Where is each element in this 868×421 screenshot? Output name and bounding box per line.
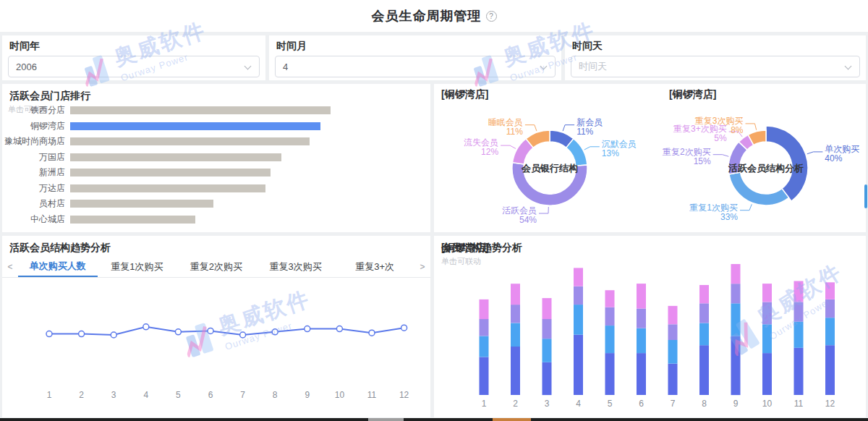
store-ranking-title: 活跃会员门店排行 <box>9 90 90 103</box>
ranking-row[interactable]: 豫城时尚商场店 <box>2 134 426 150</box>
x-axis-tick: 6 <box>208 390 213 400</box>
stack-segment[interactable] <box>794 322 804 348</box>
stack-segment[interactable] <box>480 319 489 336</box>
trend-point[interactable] <box>305 326 310 332</box>
trend-point[interactable] <box>111 332 116 338</box>
stack-segment[interactable] <box>668 324 678 340</box>
trend-point[interactable] <box>272 329 278 335</box>
stack-segment[interactable] <box>542 319 552 339</box>
stack-segment[interactable] <box>731 336 741 395</box>
stack-segment[interactable] <box>637 353 646 395</box>
month-select[interactable]: 4 <box>275 56 556 77</box>
stack-segment[interactable] <box>574 286 583 305</box>
stack-segment[interactable] <box>574 335 583 395</box>
stack-segment[interactable] <box>605 326 615 353</box>
stack-segment[interactable] <box>480 336 489 357</box>
ranking-row[interactable]: 新洲店 <box>2 165 426 181</box>
tab-repeat-2[interactable]: 重复2次购买 <box>176 256 256 277</box>
trend-panel-title: 活跃会员结构趋势分析 <box>9 242 111 255</box>
tab-repeat-3[interactable]: 重复3次购买 <box>256 256 336 277</box>
stack-segment[interactable] <box>699 303 709 323</box>
structure-trend-chart[interactable]: 123456789101112 <box>434 236 867 419</box>
store-ranking-chart[interactable]: 铁西分店铜锣湾店豫城时尚商场店万国店新洲店万达店员村店中心城店 <box>2 103 426 227</box>
tab-single-purchase[interactable]: 单次购买人数 <box>18 256 98 277</box>
stack-segment[interactable] <box>480 299 489 319</box>
trend-point[interactable] <box>143 324 149 330</box>
ranking-bar[interactable] <box>70 122 320 130</box>
stack-segment[interactable] <box>825 282 835 299</box>
help-icon[interactable]: ? <box>486 11 497 22</box>
stack-segment[interactable] <box>511 346 520 395</box>
stack-segment[interactable] <box>731 284 741 303</box>
stack-segment[interactable] <box>542 298 552 319</box>
trend-line-chart[interactable]: 123456789101112 <box>2 278 432 419</box>
next-tab-arrow[interactable]: > <box>414 256 430 277</box>
year-select[interactable]: 2006 <box>8 56 260 77</box>
ranking-row[interactable]: 万国店 <box>2 150 426 166</box>
stack-segment[interactable] <box>637 309 646 328</box>
stack-segment[interactable] <box>794 302 804 322</box>
stack-segment[interactable] <box>542 362 552 395</box>
ranking-bar[interactable] <box>70 216 195 224</box>
stack-segment[interactable] <box>762 353 772 395</box>
prev-tab-arrow[interactable]: < <box>2 256 18 277</box>
stack-segment[interactable] <box>731 303 741 336</box>
ranking-bar[interactable] <box>70 200 213 208</box>
stack-segment[interactable] <box>605 307 615 326</box>
stack-segment[interactable] <box>794 348 804 395</box>
donut-slice[interactable] <box>729 172 789 205</box>
trend-point[interactable] <box>175 329 181 335</box>
stack-segment[interactable] <box>637 284 646 308</box>
stack-segment[interactable] <box>637 328 646 353</box>
ranking-bar[interactable] <box>70 106 331 114</box>
ranking-row[interactable]: 员村店 <box>2 196 426 212</box>
stack-segment[interactable] <box>605 290 615 307</box>
active-structure-donut-chart[interactable]: 单次购买40%重复1次购买33%重复2次购买15%重复3+次购买5%重复3次购买… <box>650 97 867 234</box>
stack-segment[interactable] <box>762 324 772 353</box>
ranking-bar[interactable] <box>70 184 265 192</box>
stack-segment[interactable] <box>699 345 709 395</box>
ranking-bar[interactable] <box>70 169 271 177</box>
stack-segment[interactable] <box>511 323 520 347</box>
trend-point[interactable] <box>46 331 52 337</box>
trend-point[interactable] <box>79 331 85 337</box>
trend-point[interactable] <box>240 332 246 338</box>
stack-segment[interactable] <box>699 323 709 346</box>
stack-segment[interactable] <box>542 339 552 362</box>
stack-segment[interactable] <box>605 353 615 395</box>
stack-segment[interactable] <box>762 302 772 325</box>
member-structure-donut-chart[interactable]: 新会员11%沉默会员13%活跃会员54%流失会员12%睡眠会员11%会员银行结构 <box>434 97 650 234</box>
scroll-indicator[interactable] <box>864 184 867 208</box>
stack-segment[interactable] <box>480 357 489 396</box>
ranking-row[interactable]: 铁西分店 <box>2 103 426 119</box>
ranking-bar[interactable] <box>70 153 281 161</box>
stack-segment[interactable] <box>699 285 709 303</box>
trend-point[interactable] <box>208 328 213 333</box>
ranking-row[interactable]: 万达店 <box>2 181 426 197</box>
tab-repeat-3plus[interactable]: 重复3+次 <box>335 256 414 277</box>
ranking-bar[interactable] <box>70 137 310 145</box>
tab-repeat-1[interactable]: 重复1次购买 <box>98 256 177 277</box>
trend-point[interactable] <box>336 326 342 332</box>
ranking-row[interactable]: 铜锣湾店 <box>2 119 426 135</box>
month-select-value: 4 <box>283 61 288 72</box>
trend-point[interactable] <box>401 325 407 331</box>
stack-segment[interactable] <box>668 340 678 364</box>
trend-point[interactable] <box>369 330 375 336</box>
stack-segment[interactable] <box>825 345 835 395</box>
stack-segment[interactable] <box>825 299 835 318</box>
stack-segment[interactable] <box>511 305 520 323</box>
ranking-row[interactable]: 中心城店 <box>2 212 426 228</box>
stack-segment[interactable] <box>825 318 835 345</box>
donut-label: 重复2次购买15% <box>663 147 711 166</box>
stack-segment[interactable] <box>762 284 772 302</box>
stack-segment[interactable] <box>574 305 583 335</box>
stack-segment[interactable] <box>511 284 520 305</box>
stack-segment[interactable] <box>668 364 678 395</box>
stack-segment[interactable] <box>731 264 741 284</box>
stack-segment[interactable] <box>668 306 678 324</box>
day-select[interactable]: 时间天 <box>571 56 860 77</box>
stack-segment[interactable] <box>794 281 804 302</box>
taskbar-edge-segment <box>493 418 531 421</box>
stack-segment[interactable] <box>574 268 583 286</box>
